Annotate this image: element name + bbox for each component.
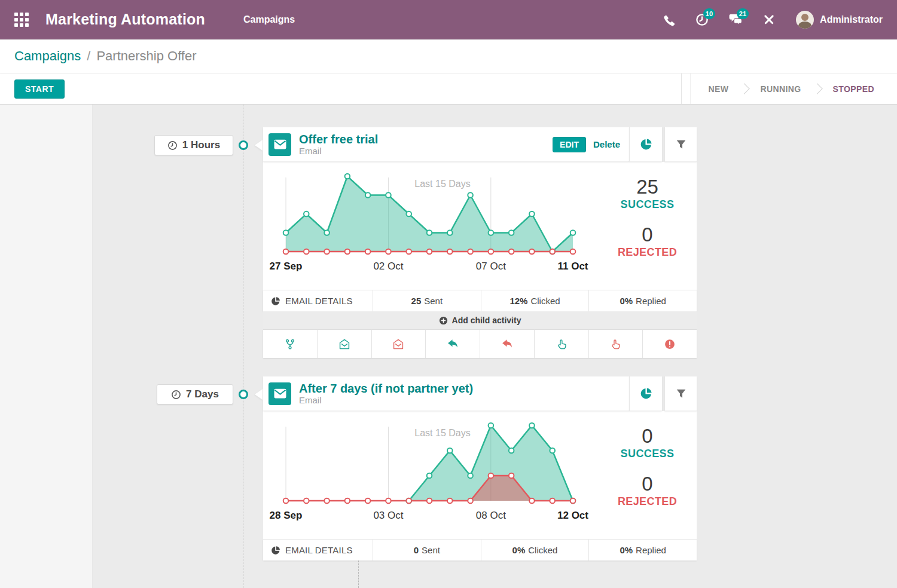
- success-label: SUCCESS: [598, 198, 697, 211]
- breadcrumb-separator: /: [87, 48, 90, 64]
- stage-running[interactable]: RUNNING: [748, 84, 813, 94]
- trigger-delay-label: 7 Days: [186, 388, 219, 400]
- start-button[interactable]: START: [14, 79, 65, 99]
- user-name: Administrator: [820, 14, 883, 25]
- card-titles: Offer free trial Email: [299, 133, 378, 156]
- activity-title[interactable]: After 7 days (if not partner yet): [299, 382, 473, 395]
- trigger-click-success-icon[interactable]: [534, 330, 588, 358]
- stage-new[interactable]: NEW: [697, 84, 741, 94]
- trigger-type-row: [263, 329, 697, 358]
- clock-icon: [167, 140, 178, 151]
- breadcrumb: Campaigns / Partnership Offer: [0, 39, 897, 74]
- activity-card-offer-free-trial: Offer free trial Email EDIT Delete Last …: [263, 127, 697, 358]
- svg-text:11 Oct: 11 Oct: [557, 261, 588, 272]
- messages-chat-icon[interactable]: 21: [729, 13, 742, 26]
- pie-chart-icon: [640, 138, 652, 151]
- card-header: Offer free trial Email EDIT Delete: [263, 127, 629, 162]
- filter-icon: [676, 139, 687, 150]
- activity-type-label: Email: [299, 146, 378, 156]
- email-details-link[interactable]: EMAIL DETAILS: [263, 290, 373, 311]
- tools-icon[interactable]: [762, 13, 776, 26]
- trigger-mail-open-danger-icon[interactable]: [371, 330, 426, 358]
- card-pointer-arrow: [255, 389, 263, 400]
- systray: 10 21 Administrator: [662, 11, 883, 29]
- email-details-link[interactable]: EMAIL DETAILS: [263, 540, 373, 561]
- footer-stat: 0%Clicked: [481, 540, 589, 561]
- trigger-reply-success-icon[interactable]: [425, 330, 480, 358]
- edit-button[interactable]: EDIT: [553, 137, 586, 152]
- user-menu[interactable]: Administrator: [796, 11, 883, 29]
- apps-grid-icon[interactable]: [14, 13, 29, 27]
- svg-text:02 Oct: 02 Oct: [373, 261, 403, 272]
- plus-icon: [439, 316, 448, 325]
- success-label: SUCCESS: [598, 448, 697, 460]
- connector-node: [239, 140, 248, 150]
- rejected-label: REJECTED: [598, 246, 697, 259]
- pie-chart-icon: [271, 546, 280, 555]
- trigger-delay-badge: 7 Days: [157, 384, 233, 405]
- trigger-branch-icon[interactable]: [263, 330, 317, 358]
- pie-chart-icon: [271, 296, 280, 306]
- avatar: [796, 11, 814, 29]
- add-child-activity-button[interactable]: Add child activity: [263, 311, 697, 329]
- activity-chart-area: Last 15 Days28 Sep03 Oct08 Oct12 Oct: [263, 411, 598, 539]
- svg-text:27 Sep: 27 Sep: [270, 261, 303, 272]
- tab-graph[interactable]: [629, 376, 662, 411]
- delete-button[interactable]: Delete: [593, 139, 620, 149]
- email-type-icon: [269, 133, 291, 156]
- activity-chart-area: Last 15 Days27 Sep02 Oct07 Oct11 Oct: [263, 162, 598, 290]
- success-count: 0: [598, 425, 697, 447]
- card-body: Last 15 Days28 Sep03 Oct08 Oct12 Oct 0 S…: [263, 411, 697, 539]
- trigger-bounce-icon[interactable]: [642, 330, 697, 358]
- activity-title[interactable]: Offer free trial: [299, 133, 378, 146]
- tab-filter[interactable]: [664, 376, 697, 411]
- breadcrumb-campaigns-link[interactable]: Campaigns: [14, 48, 81, 64]
- trigger-click-danger-icon[interactable]: [588, 330, 643, 358]
- top-navbar: Marketing Automation Campaigns 10 21: [0, 0, 897, 39]
- connector-node: [239, 390, 248, 399]
- email-activity-chart: Last 15 Days28 Sep03 Oct08 Oct12 Oct: [269, 418, 589, 532]
- activities-badge: 10: [703, 8, 715, 19]
- phone-icon[interactable]: [662, 13, 675, 26]
- trigger-mail-open-success-icon[interactable]: [317, 330, 371, 358]
- svg-text:28 Sep: 28 Sep: [270, 510, 303, 521]
- child-connector-line: [358, 561, 359, 588]
- svg-text:08 Oct: 08 Oct: [476, 510, 506, 521]
- footer-stat: 0%Replied: [588, 290, 697, 311]
- svg-text:Last 15 Days: Last 15 Days: [414, 179, 470, 189]
- card-pointer-arrow: [255, 140, 263, 151]
- rejected-label: REJECTED: [598, 495, 697, 508]
- trigger-delay-label: 1 Hours: [182, 139, 220, 151]
- tab-graph[interactable]: [629, 127, 662, 162]
- card-header-row: Offer free trial Email EDIT Delete: [263, 127, 697, 162]
- email-kpi-row: EMAIL DETAILS25Sent12%Clicked0%Replied: [263, 290, 697, 311]
- app-window: Marketing Automation Campaigns 10 21: [0, 0, 897, 588]
- activity-stats: 0 SUCCESS 0 REJECTED: [598, 411, 697, 539]
- stage-pipeline: NEWRUNNINGSTOPPED: [681, 74, 897, 104]
- add-child-activity-label: Add child activity: [452, 316, 521, 325]
- footer-stat: 0%Replied: [588, 540, 697, 561]
- activity-type-label: Email: [299, 395, 473, 405]
- card-header: After 7 days (if not partner yet) Email: [263, 376, 629, 411]
- tab-filter[interactable]: [664, 127, 697, 162]
- svg-text:Last 15 Days: Last 15 Days: [414, 428, 470, 438]
- activity-card-after-7-days: After 7 days (if not partner yet) Email …: [263, 376, 697, 561]
- activities-clock-icon[interactable]: 10: [695, 13, 709, 26]
- workflow-connector-line: [243, 105, 243, 588]
- menu-campaigns[interactable]: Campaigns: [243, 14, 295, 25]
- footer-stat: 25Sent: [373, 290, 481, 311]
- email-type-icon: [269, 382, 291, 405]
- breadcrumb-current: Partnership Offer: [96, 48, 196, 64]
- messages-badge: 21: [737, 8, 749, 19]
- email-kpi-row: EMAIL DETAILS0Sent0%Clicked0%Replied: [263, 539, 697, 561]
- card-header-row: After 7 days (if not partner yet) Email: [263, 376, 697, 411]
- svg-text:03 Oct: 03 Oct: [373, 510, 403, 521]
- trigger-reply-danger-icon[interactable]: [480, 330, 534, 358]
- svg-text:07 Oct: 07 Oct: [476, 261, 506, 272]
- trigger-delay-badge: 1 Hours: [154, 135, 233, 155]
- app-title: Marketing Automation: [45, 11, 205, 28]
- stage-stopped[interactable]: STOPPED: [821, 84, 886, 94]
- rejected-count: 0: [598, 473, 697, 495]
- svg-text:12 Oct: 12 Oct: [557, 510, 588, 521]
- campaign-canvas: 1 Hours 7 Days Offer free trial Email: [0, 105, 897, 588]
